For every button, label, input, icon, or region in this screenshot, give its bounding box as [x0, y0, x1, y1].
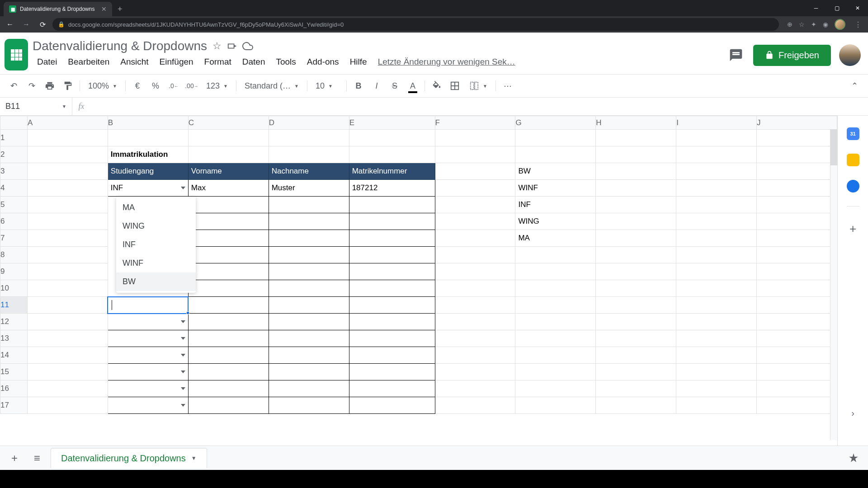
cell-B3[interactable]: Studiengang — [108, 163, 188, 180]
cell-B4[interactable]: INF — [108, 180, 188, 197]
row-header-9[interactable]: 9 — [0, 263, 28, 280]
chevron-down-icon[interactable] — [181, 354, 185, 357]
undo-button[interactable]: ↶ — [5, 78, 22, 94]
star-icon[interactable]: ☆ — [799, 21, 805, 28]
zoom-select[interactable]: 100%▼ — [84, 81, 122, 91]
add-sheet-button[interactable]: + — [5, 449, 24, 467]
col-header-E[interactable]: E — [349, 116, 435, 130]
cell-C4[interactable]: Max — [188, 180, 269, 197]
cell-D4[interactable]: Muster — [269, 180, 349, 197]
row-header-2[interactable]: 2 — [0, 146, 28, 163]
cell-G5[interactable]: INF — [515, 197, 596, 213]
sheet-tab-active[interactable]: Datenvalidierung & Dropdowns ▼ — [51, 448, 207, 468]
merge-cells-button[interactable]: ▼ — [465, 81, 492, 91]
chevron-down-icon[interactable] — [181, 404, 185, 407]
zoom-icon[interactable]: ⊕ — [787, 21, 793, 28]
row-header-12[interactable]: 12 — [0, 314, 28, 330]
chevron-down-icon[interactable] — [181, 371, 185, 373]
close-tab-icon[interactable]: ✕ — [101, 5, 107, 13]
add-addon-button[interactable]: + — [849, 222, 856, 236]
dropdown-item-inf[interactable]: INF — [116, 235, 196, 254]
row-header-10[interactable]: 10 — [0, 280, 28, 297]
font-select[interactable]: Standard (…▼ — [240, 81, 303, 91]
name-box[interactable]: B11 ▼ — [0, 98, 72, 115]
cell-B11-active[interactable] — [108, 297, 188, 314]
chevron-down-icon[interactable] — [181, 187, 185, 189]
cell-G7[interactable]: MA — [515, 230, 596, 247]
menu-format[interactable]: Format — [200, 55, 236, 69]
menu-tools[interactable]: Tools — [271, 55, 300, 69]
menu-file[interactable]: Datei — [33, 55, 61, 69]
cloud-status-icon[interactable] — [242, 41, 253, 52]
expand-panel-button[interactable]: › — [851, 408, 854, 418]
col-header-I[interactable]: I — [676, 116, 757, 130]
font-size-select[interactable]: 10▼ — [311, 81, 343, 91]
decrease-decimal-button[interactable]: .0← — [165, 78, 182, 94]
dropdown-item-bw[interactable]: BW — [116, 272, 196, 291]
row-header-4[interactable]: 4 — [0, 180, 28, 197]
sheets-logo[interactable] — [5, 39, 28, 70]
cell-B12[interactable] — [108, 314, 188, 330]
bold-button[interactable]: B — [350, 78, 367, 94]
row-header-1[interactable]: 1 — [0, 130, 28, 146]
cell-B14[interactable] — [108, 347, 188, 364]
chevron-down-icon[interactable]: ▼ — [191, 455, 197, 461]
row-header-16[interactable]: 16 — [0, 380, 28, 397]
text-color-button[interactable]: A — [405, 78, 421, 94]
col-header-H[interactable]: H — [596, 116, 676, 130]
star-icon[interactable]: ☆ — [212, 40, 222, 52]
browser-tab[interactable]: ▦ Datenvalidierung & Dropdowns ✕ — [4, 2, 112, 16]
close-window-button[interactable]: ✕ — [847, 0, 868, 16]
cell-E4[interactable]: 187212 — [349, 180, 435, 197]
col-header-F[interactable]: F — [435, 116, 515, 130]
dropdown-item-winf[interactable]: WINF — [116, 254, 196, 272]
chevron-down-icon[interactable] — [181, 320, 185, 323]
col-header-B[interactable]: B — [108, 116, 188, 130]
row-header-5[interactable]: 5 — [0, 197, 28, 213]
number-format-select[interactable]: 123▼ — [202, 81, 232, 91]
cell-G3[interactable]: BW — [515, 163, 596, 180]
col-header-D[interactable]: D — [269, 116, 349, 130]
chrome-menu-icon[interactable]: ⋮ — [852, 20, 864, 29]
menu-insert[interactable]: Einfügen — [155, 55, 198, 69]
validation-dropdown[interactable]: MA WING INF WINF BW — [116, 197, 196, 293]
menu-edit[interactable]: Bearbeiten — [63, 55, 114, 69]
cell-B16[interactable] — [108, 380, 188, 397]
percent-button[interactable]: % — [147, 78, 164, 94]
borders-button[interactable] — [447, 78, 463, 94]
maximize-button[interactable]: ▢ — [826, 0, 847, 16]
row-header-11[interactable]: 11 — [0, 297, 28, 314]
comments-button[interactable] — [727, 46, 745, 64]
profile-avatar[interactable] — [839, 44, 861, 66]
paint-format-button[interactable] — [60, 78, 76, 94]
currency-button[interactable]: € — [129, 78, 146, 94]
calendar-icon[interactable] — [847, 127, 859, 140]
menu-addons[interactable]: Add-ons — [302, 55, 344, 69]
cell-B15[interactable] — [108, 364, 188, 380]
url-box[interactable]: 🔒 docs.google.com/spreadsheets/d/1JKUDAN… — [52, 18, 779, 31]
row-header-7[interactable]: 7 — [0, 230, 28, 247]
dropdown-item-wing[interactable]: WING — [116, 217, 196, 235]
extension-icon[interactable]: ◉ — [823, 21, 828, 28]
increase-decimal-button[interactable]: .00→ — [184, 78, 200, 94]
keep-icon[interactable] — [847, 154, 859, 166]
collapse-toolbar-button[interactable]: ⌃ — [846, 78, 863, 94]
more-tools-button[interactable]: ⋯ — [500, 78, 516, 94]
cell-G6[interactable]: WING — [515, 213, 596, 230]
menu-help[interactable]: Hilfe — [345, 55, 372, 69]
print-button[interactable] — [42, 78, 58, 94]
select-all-corner[interactable] — [0, 116, 28, 130]
minimize-button[interactable]: ─ — [806, 0, 826, 16]
fill-color-button[interactable] — [429, 78, 445, 94]
last-edit-link[interactable]: Letzte Änderung vor wenigen Sek… — [373, 55, 520, 69]
vertical-scrollbar[interactable] — [830, 129, 837, 440]
doc-title[interactable]: Datenvalidierung & Dropdowns — [33, 39, 207, 53]
italic-button[interactable]: I — [368, 78, 385, 94]
cell-B17[interactable] — [108, 397, 188, 414]
col-header-G[interactable]: G — [515, 116, 596, 130]
row-header-8[interactable]: 8 — [0, 247, 28, 263]
cell-C3[interactable]: Vorname — [188, 163, 269, 180]
back-button[interactable]: ← — [4, 18, 16, 31]
row-header-13[interactable]: 13 — [0, 330, 28, 347]
chevron-down-icon[interactable] — [181, 337, 185, 340]
